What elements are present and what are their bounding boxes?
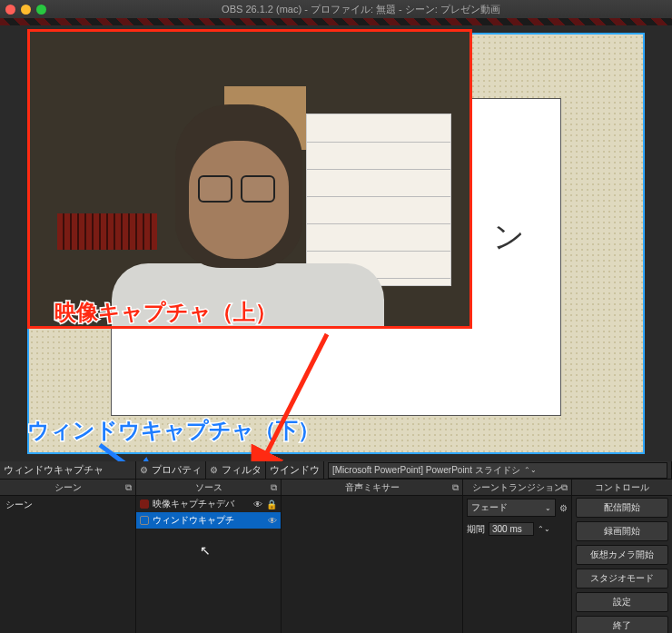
transitions-title: シーントランジション ⧉ [463, 480, 571, 496]
transitions-panel: シーントランジション ⧉ フェード ⌄ ⚙ 期間 ⌃⌄ + − [463, 480, 572, 633]
popout-icon[interactable]: ⧉ [452, 482, 459, 493]
traffic-lights [5, 5, 46, 15]
visibility-icon[interactable]: 👁 [253, 499, 262, 509]
chevron-down-icon: ⌄ [545, 504, 551, 512]
mixer-title: 音声ミキサー ⧉ [282, 480, 462, 496]
duration-input[interactable] [489, 522, 534, 536]
properties-button[interactable]: ⚙ プロパティ [136, 461, 206, 479]
window-title: OBS 26.1.2 (mac) - プロファイル: 無題 - シーン: プレゼ… [55, 3, 667, 16]
preview-area: ン 映像キャプチャ（上） ウィンドウキャプチャ（下） [0, 25, 672, 461]
transition-settings-button[interactable]: ⚙ [559, 503, 568, 513]
source-item-window-capture[interactable]: ウィンドウキャプチ 👁 [136, 512, 281, 529]
scenes-title: シーン ⧉ [0, 480, 135, 496]
duration-label: 期間 [467, 523, 485, 536]
chevron-down-icon: ⌃⌄ [524, 466, 537, 474]
studio-mode-button[interactable]: スタジオモード [576, 569, 668, 588]
hatch-strip [0, 18, 672, 25]
popout-icon[interactable]: ⧉ [561, 482, 568, 493]
sources-title: ソース ⧉ [136, 480, 281, 496]
scenes-list[interactable]: シーン [0, 496, 135, 633]
controls-title: コントロール [572, 480, 672, 496]
source-toolbar-label: ウィンドウキャプチャ [0, 461, 136, 479]
annotation-video-capture: 映像キャプチャ（上） [54, 298, 277, 327]
docks: シーン ⧉ シーン + − ∧ ∨ ソース ⧉ 映像キャプチャデバ 👁 🔒 [0, 480, 672, 633]
scenes-panel: シーン ⧉ シーン + − ∧ ∨ [0, 480, 136, 633]
settings-button[interactable]: 設定 [576, 592, 668, 612]
window-icon [140, 516, 149, 525]
mixer-body [282, 496, 462, 633]
scene-item[interactable]: シーン [0, 496, 135, 514]
ppt-text: ン [493, 216, 525, 258]
source-toolbar: ウィンドウキャプチャ ⚙ プロパティ ⚙ フィルタ ウインドウ [Microso… [0, 461, 672, 480]
sources-panel: ソース ⧉ 映像キャプチャデバ 👁 🔒 ウィンドウキャプチ 👁 ↖ + − ⚙ … [136, 480, 282, 633]
gear-icon: ⚙ [140, 465, 148, 475]
window-label: ウインドウ [266, 461, 324, 479]
popout-icon[interactable]: ⧉ [125, 482, 132, 493]
start-virtualcam-button[interactable]: 仮想カメラ開始 [576, 545, 668, 565]
close-icon[interactable] [5, 5, 15, 15]
popout-icon[interactable]: ⧉ [271, 482, 277, 493]
window-titlebar: OBS 26.1.2 (mac) - プロファイル: 無題 - シーン: プレゼ… [0, 0, 672, 18]
lock-icon[interactable]: 🔒 [266, 499, 277, 509]
minimize-icon[interactable] [21, 5, 31, 15]
start-stream-button[interactable]: 配信開始 [576, 498, 668, 518]
video-capture-frame[interactable] [27, 29, 472, 329]
visibility-icon[interactable]: 👁 [268, 516, 277, 526]
fullscreen-icon[interactable] [36, 5, 46, 15]
filters-button[interactable]: ⚙ フィルタ [206, 461, 266, 479]
stepper-icon[interactable]: ⌃⌄ [538, 525, 550, 533]
audio-mixer-panel: 音声ミキサー ⧉ ⚙ [282, 480, 463, 633]
transition-type-dropdown[interactable]: フェード ⌄ [467, 499, 556, 517]
filter-icon: ⚙ [210, 465, 218, 475]
cursor-icon: ↖ [200, 543, 211, 558]
start-record-button[interactable]: 録画開始 [576, 521, 668, 541]
camera-icon [140, 499, 149, 509]
annotation-window-capture: ウィンドウキャプチャ（下） [27, 416, 320, 445]
window-dropdown[interactable]: [Microsoft PowerPoint] PowerPoint スライドシ … [324, 461, 672, 479]
transitions-body: フェード ⌄ ⚙ 期間 ⌃⌄ [463, 496, 571, 633]
webcam-scene [30, 32, 469, 326]
controls-panel: コントロール 配信開始 録画開始 仮想カメラ開始 スタジオモード 設定 終了 [572, 480, 672, 633]
sources-list[interactable]: 映像キャプチャデバ 👁 🔒 ウィンドウキャプチ 👁 ↖ [136, 496, 281, 633]
exit-button[interactable]: 終了 [576, 616, 668, 633]
source-item-video-capture[interactable]: 映像キャプチャデバ 👁 🔒 [136, 496, 281, 512]
